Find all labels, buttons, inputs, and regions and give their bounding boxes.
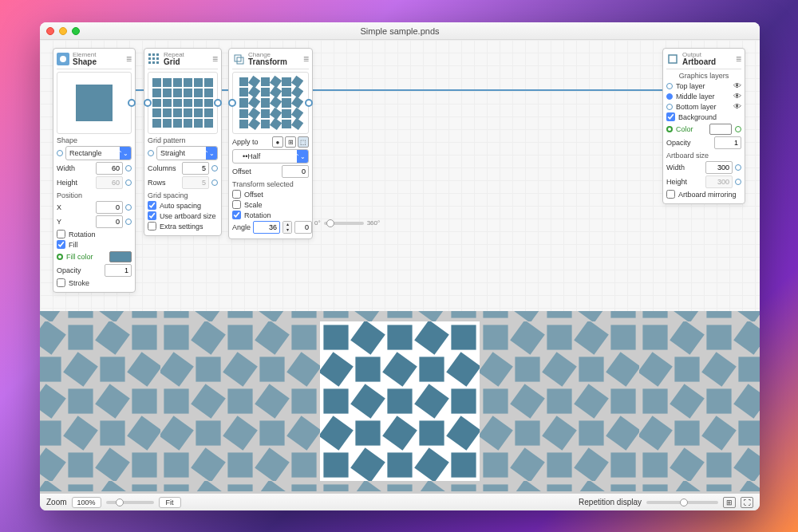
scale-check[interactable]: Scale bbox=[232, 200, 309, 209]
fullscreen-icon[interactable]: ⛶ bbox=[741, 497, 753, 508]
svg-rect-413 bbox=[323, 484, 348, 491]
grid-toggle-icon[interactable]: ⊞ bbox=[723, 497, 736, 508]
svg-rect-225 bbox=[227, 388, 252, 413]
repetition-slider[interactable] bbox=[646, 501, 718, 504]
mirror-check[interactable]: Artboard mirroring bbox=[666, 190, 741, 199]
svg-rect-197 bbox=[127, 352, 162, 387]
svg-rect-311 bbox=[733, 447, 760, 483]
output-port[interactable] bbox=[214, 99, 222, 107]
fit-button[interactable]: Fit bbox=[159, 497, 181, 508]
svg-rect-303 bbox=[638, 416, 673, 451]
node-menu-icon[interactable]: ≡ bbox=[126, 54, 132, 64]
background-check[interactable]: Background bbox=[666, 112, 741, 121]
svg-rect-221 bbox=[259, 357, 284, 381]
svg-rect-231 bbox=[259, 420, 284, 445]
rotation-check[interactable]: Rotation bbox=[232, 211, 309, 219]
port[interactable] bbox=[735, 179, 741, 185]
zoom-value[interactable]: 100% bbox=[72, 497, 101, 508]
output-port[interactable] bbox=[128, 99, 136, 107]
apply-select[interactable]: •• Half⌃⌄ bbox=[232, 149, 309, 164]
color-port[interactable] bbox=[57, 254, 63, 260]
shape-type-select[interactable]: Rectangle⌃⌄ bbox=[65, 146, 132, 160]
svg-rect-205 bbox=[63, 416, 98, 451]
svg-rect-305 bbox=[701, 416, 737, 451]
svg-rect-263 bbox=[483, 325, 508, 349]
zoom-slider[interactable] bbox=[106, 501, 154, 504]
ab-opacity-field[interactable] bbox=[714, 136, 741, 149]
port[interactable] bbox=[125, 179, 132, 186]
extra-check[interactable]: Extra settings bbox=[148, 222, 218, 231]
node-grid[interactable]: Repeat Grid ≡ Grid pattern Straight⌃⌄ Co… bbox=[144, 48, 222, 236]
node-shape[interactable]: Element Shape ≡ Shape Rectangle⌃⌄ Width … bbox=[53, 48, 136, 293]
fill-swatch[interactable] bbox=[109, 251, 132, 262]
svg-rect-298 bbox=[642, 388, 667, 413]
height-field[interactable] bbox=[96, 176, 123, 189]
layer-port[interactable] bbox=[666, 93, 673, 100]
node-menu-icon[interactable]: ≡ bbox=[303, 54, 309, 64]
angle-stepper[interactable]: ▴▾ bbox=[282, 221, 292, 234]
input-port[interactable] bbox=[57, 150, 63, 156]
input-port[interactable] bbox=[228, 99, 236, 107]
svg-rect-213 bbox=[164, 325, 188, 349]
svg-rect-229 bbox=[196, 420, 220, 445]
layer-port[interactable] bbox=[666, 104, 673, 110]
svg-rect-388 bbox=[164, 484, 188, 491]
use-artboard-check[interactable]: Use artboard size bbox=[148, 211, 218, 220]
port[interactable] bbox=[125, 165, 132, 171]
eye-icon[interactable]: 👁 bbox=[733, 81, 741, 90]
rotation-check[interactable]: Rotation bbox=[57, 230, 132, 238]
port[interactable] bbox=[125, 204, 132, 211]
y-field[interactable] bbox=[96, 215, 123, 228]
eye-icon[interactable]: 👁 bbox=[733, 102, 741, 111]
angle2-field[interactable] bbox=[294, 221, 312, 234]
port[interactable] bbox=[211, 179, 218, 186]
svg-rect-216 bbox=[255, 320, 290, 355]
preview-canvas[interactable] bbox=[40, 311, 760, 493]
svg-rect-133 bbox=[642, 311, 667, 318]
stroke-check[interactable]: Stroke bbox=[57, 278, 132, 287]
offset-check[interactable]: Offset bbox=[232, 190, 309, 199]
offset-field[interactable] bbox=[282, 165, 309, 178]
node-transform[interactable]: Change Transform ≡ Apply to ●⊞⬚ •• Half⌃… bbox=[228, 48, 313, 239]
columns-field[interactable] bbox=[182, 162, 209, 175]
output-port[interactable] bbox=[305, 99, 313, 107]
ab-height-field[interactable] bbox=[705, 175, 733, 188]
svg-rect-136 bbox=[733, 311, 760, 323]
ab-width-field[interactable] bbox=[705, 161, 733, 174]
port[interactable] bbox=[211, 165, 218, 171]
svg-rect-87 bbox=[451, 311, 476, 318]
port[interactable] bbox=[735, 164, 741, 171]
node-menu-icon[interactable]: ≡ bbox=[736, 54, 741, 64]
input-port[interactable] bbox=[144, 99, 152, 107]
rows-field[interactable] bbox=[182, 176, 209, 189]
angle-field[interactable] bbox=[253, 221, 280, 234]
svg-rect-206 bbox=[100, 420, 124, 445]
port[interactable] bbox=[125, 219, 132, 225]
width-field[interactable] bbox=[96, 162, 123, 175]
auto-spacing-check[interactable]: Auto spacing bbox=[148, 201, 218, 210]
svg-rect-195 bbox=[63, 352, 98, 387]
color-port[interactable] bbox=[666, 126, 673, 132]
svg-rect-463 bbox=[642, 484, 667, 491]
port[interactable] bbox=[735, 126, 741, 132]
bg-swatch[interactable] bbox=[709, 124, 732, 135]
svg-rect-199 bbox=[40, 384, 66, 419]
zoom-label: Zoom bbox=[46, 498, 67, 506]
node-editor[interactable]: Element Shape ≡ Shape Rectangle⌃⌄ Width … bbox=[40, 40, 760, 311]
port[interactable] bbox=[148, 150, 154, 156]
node-artboard[interactable]: Output Artboard ≡ Graphics layers Top la… bbox=[662, 48, 745, 204]
opacity-field[interactable] bbox=[105, 264, 132, 277]
svg-rect-214 bbox=[191, 320, 226, 355]
fill-check[interactable]: Fill bbox=[57, 240, 132, 249]
apply-mode-buttons[interactable]: ●⊞⬚ bbox=[272, 136, 309, 148]
node-menu-icon[interactable]: ≡ bbox=[212, 54, 218, 64]
eye-icon[interactable]: 👁 bbox=[733, 92, 741, 100]
svg-rect-417 bbox=[451, 484, 476, 491]
svg-rect-189 bbox=[40, 320, 66, 355]
titlebar: Simple sample.pnds bbox=[40, 22, 760, 40]
angle-slider[interactable]: 0° 360° bbox=[314, 219, 380, 227]
pattern-select[interactable]: Straight⌃⌄ bbox=[156, 146, 218, 160]
x-field[interactable] bbox=[96, 201, 123, 214]
layer-port[interactable] bbox=[666, 83, 673, 89]
svg-rect-9 bbox=[156, 61, 159, 64]
